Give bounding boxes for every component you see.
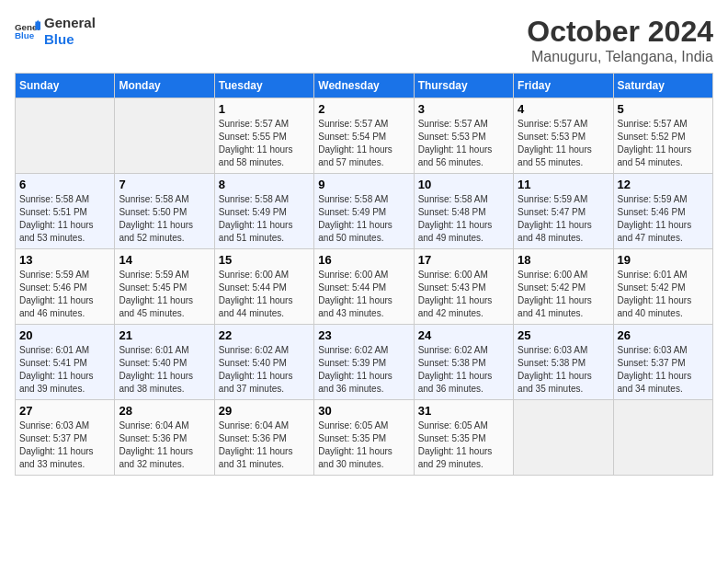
svg-text:Blue: Blue — [15, 30, 35, 40]
day-number: 29 — [219, 404, 310, 418]
logo: General Blue General Blue — [15, 15, 96, 48]
day-number: 30 — [318, 404, 409, 418]
weekday-wednesday: Wednesday — [314, 74, 414, 98]
day-number: 5 — [618, 102, 709, 116]
day-number: 24 — [418, 328, 509, 342]
week-row-3: 13Sunrise: 5:59 AMSunset: 5:46 PMDayligh… — [16, 249, 713, 325]
day-number: 4 — [518, 102, 609, 116]
day-info: Sunrise: 6:00 AMSunset: 5:44 PMDaylight:… — [318, 269, 409, 320]
day-cell: 8Sunrise: 5:58 AMSunset: 5:49 PMDaylight… — [214, 174, 313, 249]
day-number: 16 — [318, 253, 409, 267]
day-info: Sunrise: 6:05 AMSunset: 5:35 PMDaylight:… — [318, 419, 409, 471]
week-row-1: 1Sunrise: 5:57 AMSunset: 5:55 PMDaylight… — [16, 98, 713, 174]
week-row-2: 6Sunrise: 5:58 AMSunset: 5:51 PMDaylight… — [16, 174, 713, 249]
day-info: Sunrise: 6:05 AMSunset: 5:35 PMDaylight:… — [418, 419, 509, 471]
day-info: Sunrise: 6:03 AMSunset: 5:38 PMDaylight:… — [518, 344, 609, 396]
day-number: 18 — [518, 253, 609, 267]
day-cell: 25Sunrise: 6:03 AMSunset: 5:38 PMDayligh… — [514, 325, 613, 400]
day-cell: 26Sunrise: 6:03 AMSunset: 5:37 PMDayligh… — [613, 325, 712, 400]
day-number: 19 — [618, 253, 709, 267]
day-info: Sunrise: 6:01 AMSunset: 5:42 PMDaylight:… — [618, 269, 709, 320]
day-cell: 2Sunrise: 5:57 AMSunset: 5:54 PMDaylight… — [314, 98, 414, 174]
day-number: 25 — [518, 328, 609, 342]
week-row-5: 27Sunrise: 6:03 AMSunset: 5:37 PMDayligh… — [16, 400, 713, 476]
day-number: 31 — [418, 404, 509, 418]
day-cell: 4Sunrise: 5:57 AMSunset: 5:53 PMDaylight… — [514, 98, 613, 174]
day-info: Sunrise: 6:02 AMSunset: 5:39 PMDaylight:… — [318, 344, 409, 396]
day-info: Sunrise: 6:00 AMSunset: 5:43 PMDaylight:… — [418, 269, 509, 320]
day-number: 10 — [418, 178, 509, 191]
week-row-4: 20Sunrise: 6:01 AMSunset: 5:41 PMDayligh… — [16, 325, 713, 400]
day-cell: 10Sunrise: 5:58 AMSunset: 5:48 PMDayligh… — [414, 174, 513, 249]
day-cell: 21Sunrise: 6:01 AMSunset: 5:40 PMDayligh… — [115, 325, 214, 400]
weekday-tuesday: Tuesday — [214, 74, 313, 98]
location-title: Manuguru, Telangana, India — [527, 49, 713, 65]
day-cell: 12Sunrise: 5:59 AMSunset: 5:46 PMDayligh… — [613, 174, 712, 249]
day-number: 6 — [19, 178, 110, 191]
day-number: 9 — [318, 178, 409, 191]
month-title: October 2024 — [527, 15, 713, 49]
day-number: 13 — [19, 253, 110, 267]
weekday-thursday: Thursday — [414, 74, 513, 98]
day-cell: 31Sunrise: 6:05 AMSunset: 5:35 PMDayligh… — [414, 400, 513, 476]
day-cell: 9Sunrise: 5:58 AMSunset: 5:49 PMDaylight… — [314, 174, 414, 249]
day-cell: 24Sunrise: 6:02 AMSunset: 5:38 PMDayligh… — [414, 325, 513, 400]
day-cell: 27Sunrise: 6:03 AMSunset: 5:37 PMDayligh… — [16, 400, 115, 476]
day-number: 15 — [219, 253, 310, 267]
day-info: Sunrise: 5:58 AMSunset: 5:48 PMDaylight:… — [418, 193, 509, 245]
title-section: October 2024 Manuguru, Telangana, India — [527, 15, 713, 65]
day-cell: 16Sunrise: 6:00 AMSunset: 5:44 PMDayligh… — [314, 249, 414, 325]
day-number: 11 — [518, 178, 609, 191]
day-cell — [16, 98, 115, 174]
day-cell — [613, 400, 712, 476]
day-info: Sunrise: 5:57 AMSunset: 5:53 PMDaylight:… — [418, 118, 509, 169]
day-info: Sunrise: 5:59 AMSunset: 5:47 PMDaylight:… — [518, 193, 609, 245]
day-info: Sunrise: 5:59 AMSunset: 5:46 PMDaylight:… — [618, 193, 709, 245]
day-cell: 20Sunrise: 6:01 AMSunset: 5:41 PMDayligh… — [16, 325, 115, 400]
day-info: Sunrise: 6:00 AMSunset: 5:42 PMDaylight:… — [518, 269, 609, 320]
day-number: 27 — [19, 404, 110, 418]
day-cell: 29Sunrise: 6:04 AMSunset: 5:36 PMDayligh… — [214, 400, 313, 476]
day-info: Sunrise: 6:04 AMSunset: 5:36 PMDaylight:… — [219, 419, 310, 471]
day-info: Sunrise: 6:01 AMSunset: 5:40 PMDaylight:… — [119, 344, 210, 396]
weekday-saturday: Saturday — [613, 74, 712, 98]
day-info: Sunrise: 6:03 AMSunset: 5:37 PMDaylight:… — [618, 344, 709, 396]
day-info: Sunrise: 5:57 AMSunset: 5:55 PMDaylight:… — [219, 118, 310, 169]
day-number: 8 — [219, 178, 310, 191]
day-info: Sunrise: 6:03 AMSunset: 5:37 PMDaylight:… — [19, 419, 110, 471]
day-cell: 14Sunrise: 5:59 AMSunset: 5:45 PMDayligh… — [115, 249, 214, 325]
weekday-sunday: Sunday — [16, 74, 115, 98]
day-number: 1 — [219, 102, 310, 116]
day-info: Sunrise: 6:00 AMSunset: 5:44 PMDaylight:… — [219, 269, 310, 320]
day-cell: 17Sunrise: 6:00 AMSunset: 5:43 PMDayligh… — [414, 249, 513, 325]
page-header: General Blue General Blue October 2024 M… — [15, 15, 713, 65]
day-number: 23 — [318, 328, 409, 342]
day-info: Sunrise: 6:02 AMSunset: 5:38 PMDaylight:… — [418, 344, 509, 396]
day-cell: 7Sunrise: 5:58 AMSunset: 5:50 PMDaylight… — [115, 174, 214, 249]
day-number: 12 — [618, 178, 709, 191]
day-number: 20 — [19, 328, 110, 342]
day-cell: 18Sunrise: 6:00 AMSunset: 5:42 PMDayligh… — [514, 249, 613, 325]
weekday-header-row: SundayMondayTuesdayWednesdayThursdayFrid… — [16, 74, 713, 98]
day-info: Sunrise: 5:58 AMSunset: 5:49 PMDaylight:… — [318, 193, 409, 245]
day-number: 26 — [618, 328, 709, 342]
day-number: 14 — [119, 253, 210, 267]
day-cell: 3Sunrise: 5:57 AMSunset: 5:53 PMDaylight… — [414, 98, 513, 174]
weekday-monday: Monday — [115, 74, 214, 98]
day-info: Sunrise: 5:57 AMSunset: 5:52 PMDaylight:… — [618, 118, 709, 169]
logo-general: General — [44, 15, 96, 31]
day-cell: 19Sunrise: 6:01 AMSunset: 5:42 PMDayligh… — [613, 249, 712, 325]
day-cell: 6Sunrise: 5:58 AMSunset: 5:51 PMDaylight… — [16, 174, 115, 249]
day-info: Sunrise: 6:01 AMSunset: 5:41 PMDaylight:… — [19, 344, 110, 396]
day-cell: 28Sunrise: 6:04 AMSunset: 5:36 PMDayligh… — [115, 400, 214, 476]
logo-blue: Blue — [44, 31, 96, 48]
day-cell: 22Sunrise: 6:02 AMSunset: 5:40 PMDayligh… — [214, 325, 313, 400]
day-info: Sunrise: 5:58 AMSunset: 5:50 PMDaylight:… — [119, 193, 210, 245]
day-info: Sunrise: 5:57 AMSunset: 5:54 PMDaylight:… — [318, 118, 409, 169]
day-number: 22 — [219, 328, 310, 342]
day-cell: 30Sunrise: 6:05 AMSunset: 5:35 PMDayligh… — [314, 400, 414, 476]
day-info: Sunrise: 5:58 AMSunset: 5:51 PMDaylight:… — [19, 193, 110, 245]
day-number: 7 — [119, 178, 210, 191]
day-info: Sunrise: 5:57 AMSunset: 5:53 PMDaylight:… — [518, 118, 609, 169]
day-cell: 23Sunrise: 6:02 AMSunset: 5:39 PMDayligh… — [314, 325, 414, 400]
